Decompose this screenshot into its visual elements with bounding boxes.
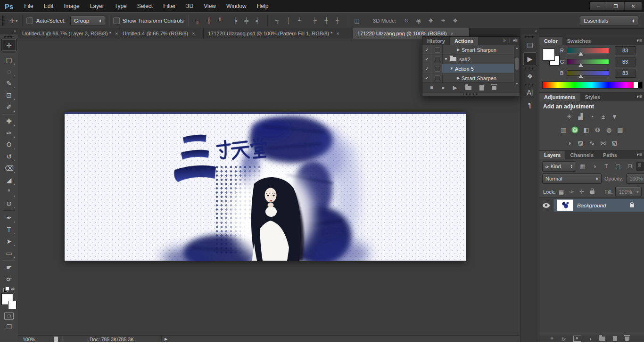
add-layer-mask-button[interactable] [573,336,581,342]
doc-tab-ulzzang-psd[interactable]: 171220 Ulzzang.psd @ 100% (Pattern Fill … [204,28,353,39]
layer-thumbnail[interactable] [557,199,573,211]
close-tab-icon[interactable]: × [115,31,118,36]
status-page-icon[interactable] [50,336,62,342]
actions-scrollbar[interactable]: ▲ ▼ [514,45,520,86]
color-lookup-icon[interactable]: ▦ [615,125,626,134]
actions-panel-icon[interactable]: ▶ [523,52,537,66]
play-action-button[interactable]: ▶ [453,84,457,91]
restore-button[interactable]: ❐ [607,2,624,10]
begin-recording-button[interactable]: ● [441,84,445,91]
zoom-tool[interactable]: ☌ [2,273,16,285]
fill-dropdown[interactable]: 100%▾ [615,187,642,197]
opacity-dropdown[interactable]: 100%▾ [626,173,644,184]
quick-selection-tool[interactable]: ✎ [2,77,16,89]
dock-grip[interactable] [525,67,535,69]
toolbar-grip[interactable] [4,36,14,38]
menu-3d[interactable]: 3D [181,0,198,12]
action-dialog-box[interactable] [435,66,440,72]
delete-action-button[interactable] [492,86,496,90]
dodge-tool[interactable]: ⊙ [2,197,16,209]
doc-size-readout[interactable]: Doc: 785.3K/785.3K [62,336,162,342]
blue-slider-thumb[interactable] [578,74,583,78]
gradient-map-icon[interactable]: ⋈ [598,138,609,148]
history-panel-icon[interactable]: ▤ [523,39,537,50]
distribute-horizontal-centers-icon[interactable]: ╀ [321,17,332,24]
brush-tool[interactable]: ✑ [2,127,16,139]
blur-tool[interactable]: ❜ [2,186,16,197]
levels-icon[interactable]: ▟ [575,112,586,121]
action-row[interactable]: ✓ ▶ Smart Sharpen [422,74,520,82]
action-row-selected[interactable]: ✓ ▼ Action 5 [422,64,520,74]
posterize-icon[interactable]: ▨ [575,138,586,148]
tab-history[interactable]: History [422,37,450,45]
3d-rotate-icon[interactable]: ↻ [400,17,413,24]
distribute-top-edges-icon[interactable]: ┭ [272,17,283,24]
lock-image-pixels-icon[interactable]: ✑ [567,189,576,195]
filter-type-layers-icon[interactable]: T [601,162,611,171]
menu-filter[interactable]: Filter [158,0,181,12]
spot-healing-brush-tool[interactable]: ✚ [2,115,16,127]
action-dialog-box[interactable] [435,47,440,53]
green-value[interactable]: 83 [615,58,636,66]
filter-smart-objects-icon[interactable]: ⊡ [625,162,635,171]
rectangle-tool[interactable]: ▭ [2,247,16,259]
menu-type[interactable]: Type [109,0,132,12]
lock-position-icon[interactable]: ✛ [577,189,586,195]
filter-adjustment-layers-icon[interactable]: ◑ [589,162,600,171]
curves-icon[interactable]: ◔ [586,112,597,121]
new-action-button[interactable] [479,85,484,90]
action-row[interactable]: ✓ ▶ Smart Sharpen [422,45,520,55]
align-bottom-edges-icon[interactable]: ╨ [215,17,226,24]
zoom-level-field[interactable]: 100% [18,336,50,342]
filter-shape-layers-icon[interactable]: ▢ [613,162,623,171]
menu-view[interactable]: View [198,0,221,12]
dock-grip[interactable] [525,83,535,85]
minimize-button[interactable]: – [590,2,607,10]
default-colors-icon[interactable]: ⇄ [3,287,15,292]
align-horizontal-centers-icon[interactable]: ╪ [241,17,252,24]
distribute-right-edges-icon[interactable]: ┽ [332,17,343,24]
action-dialog-box[interactable] [435,57,440,62]
hue-saturation-icon[interactable]: ▥ [558,125,569,134]
red-slider-thumb[interactable] [578,52,583,56]
history-brush-tool[interactable]: ↺ [2,150,16,162]
type-tool[interactable]: T [2,223,16,235]
tab-channels[interactable]: Channels [565,151,598,159]
align-vertical-centers-icon[interactable]: ╫ [203,17,215,24]
new-adjustment-layer-button[interactable]: ◑ [589,336,592,342]
menu-file[interactable]: File [19,0,38,12]
3d-roll-icon[interactable]: ◉ [413,17,425,24]
workspace-dropdown[interactable]: Essentials ▲▼ [580,16,638,26]
3d-scale-icon[interactable]: ❖ [449,17,462,24]
delete-layer-button[interactable] [625,337,629,341]
action-check-icon[interactable]: ✓ [422,64,432,73]
color-spectrum-ramp[interactable] [542,82,643,89]
foreground-color-swatch[interactable] [543,49,554,60]
scroll-up-icon[interactable]: ▲ [514,46,520,49]
move-tool[interactable]: ✛ [1,39,17,51]
brightness-contrast-icon[interactable]: ☀ [564,112,575,121]
character-panel-icon[interactable]: A| [523,87,537,98]
menu-image[interactable]: Image [58,0,84,12]
layer-visibility-eye-icon[interactable] [543,203,550,208]
selective-color-icon[interactable]: ▧ [609,138,620,148]
eraser-tool[interactable]: ⌫ [2,162,16,174]
auto-align-layers-icon[interactable]: ◫ [351,17,363,24]
tab-color[interactable]: Color [539,37,562,45]
expand-icon[interactable]: ▶ [455,76,462,80]
link-layers-button[interactable]: ⚭ [550,336,554,342]
close-tab-icon[interactable]: × [192,31,195,36]
action-set-row[interactable]: ✓ ▼ sa#2 [422,55,520,64]
black-white-icon[interactable]: ◧ [581,125,592,134]
tab-swatches[interactable]: Swatches [562,37,596,45]
collapse-icon[interactable]: ▼ [443,57,449,61]
lock-transparent-pixels-icon[interactable]: ▦ [556,189,566,195]
3d-slide-icon[interactable]: ✦ [437,17,449,24]
align-left-edges-icon[interactable]: ╞ [230,17,241,24]
dock-collapse-icon[interactable]: « [520,28,539,34]
auto-select-checkbox[interactable] [26,17,33,24]
distribute-left-edges-icon[interactable]: ┾ [309,17,321,24]
menu-edit[interactable]: Edit [39,0,59,12]
menu-window[interactable]: Window [221,0,252,12]
canvas-artwork[interactable] [65,112,466,261]
